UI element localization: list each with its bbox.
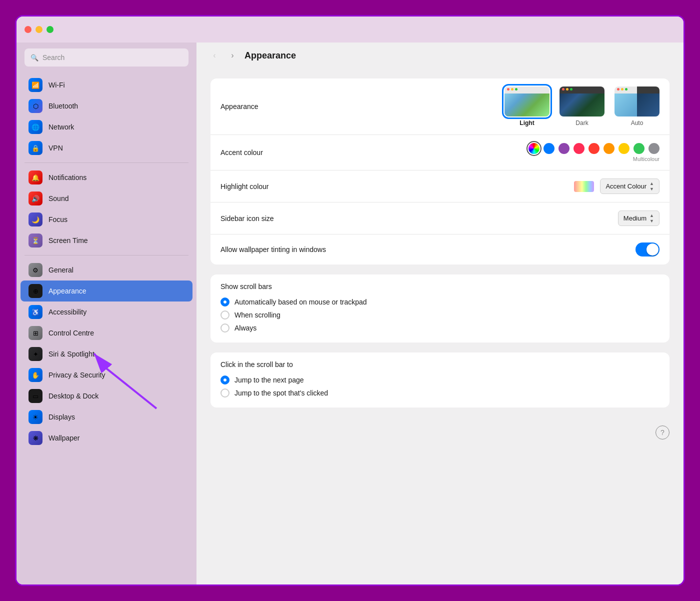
sidebar-item-privacy[interactable]: ✋Privacy & Security — [20, 364, 192, 386]
scroll-always-radio[interactable] — [220, 324, 230, 332]
sidebar-item-network[interactable]: 🌐Network — [20, 116, 192, 138]
minimize-button[interactable] — [36, 26, 42, 33]
displays-icon: ☀ — [28, 410, 42, 424]
show-scroll-bars-header: Show scroll bars Automatically based on … — [210, 274, 670, 342]
colour-purple[interactable] — [558, 143, 570, 154]
accent-colour-label: Accent colour — [220, 148, 320, 156]
scroll-when-scrolling-label: When scrolling — [234, 311, 280, 319]
sidebar-item-siri[interactable]: ✦Siri & Spotlight — [20, 344, 192, 364]
sidebar-item-label-bluetooth: Bluetooth — [48, 102, 78, 110]
sidebar-divider — [24, 255, 188, 256]
wallpaper-tinting-label: Allow wallpaper tinting in windows — [220, 246, 326, 254]
dark-label: Dark — [576, 120, 588, 126]
appearance-option-auto[interactable]: Auto — [614, 86, 660, 126]
sidebar-item-label-wallpaper: Wallpaper — [48, 434, 80, 442]
scroll-always-option[interactable]: Always — [220, 322, 660, 338]
colour-orange[interactable] — [604, 143, 614, 154]
scroll-auto-option[interactable]: Automatically based on mouse or trackpad — [220, 296, 660, 308]
scroll-clicked-spot-label: Jump to the spot that's clicked — [234, 389, 328, 397]
scroll-next-page-label: Jump to the next page — [234, 376, 304, 384]
show-scroll-bars-title: Show scroll bars — [220, 282, 660, 290]
bluetooth-icon: ⬡ — [28, 99, 42, 113]
colour-pink[interactable] — [574, 143, 584, 154]
highlight-colour-control: Accent Colour ▲ ▼ — [574, 178, 660, 194]
sidebar-item-label-network: Network — [48, 123, 74, 131]
titlebar — [16, 16, 684, 42]
colour-blue[interactable] — [544, 143, 554, 154]
highlight-colour-select[interactable]: Accent Colour ▲ ▼ — [600, 178, 660, 194]
sidebar-item-label-privacy: Privacy & Security — [48, 371, 106, 379]
light-thumb — [504, 86, 550, 116]
appearance-section: Appearance — [210, 78, 670, 264]
sidebar-item-appearance[interactable]: ⊕Appearance — [20, 280, 192, 302]
sidebar-item-label-siri: Siri & Spotlight — [48, 350, 94, 358]
appearance-label: Appearance — [220, 102, 320, 110]
sidebar-item-screentime[interactable]: ⏳Screen Time — [20, 230, 192, 251]
siri-icon: ✦ — [28, 347, 42, 361]
main-header: ‹ › Appearance — [196, 42, 684, 68]
accessibility-icon: ♿ — [28, 305, 42, 319]
sidebar-item-wifi[interactable]: 📶Wi-Fi — [20, 74, 192, 96]
sidebar-item-label-general: General — [48, 266, 74, 274]
screentime-icon: ⏳ — [28, 234, 42, 248]
sidebar-item-general[interactable]: ⚙General — [20, 260, 192, 280]
main-window: 🔍 Search 📶Wi-Fi⬡Bluetooth🌐Network🔒VPN🔔No… — [15, 15, 685, 586]
sidebar-item-accessibility[interactable]: ♿Accessibility — [20, 302, 192, 322]
colour-graphite[interactable] — [648, 143, 660, 154]
sidebar-item-notifications[interactable]: 🔔Notifications — [20, 167, 192, 188]
scroll-when-scrolling-option[interactable]: When scrolling — [220, 308, 660, 322]
search-box[interactable]: 🔍 Search — [24, 48, 188, 66]
select-arrows-2: ▲ ▼ — [650, 213, 654, 224]
colour-green[interactable] — [634, 143, 644, 154]
sidebar: 🔍 Search 📶Wi-Fi⬡Bluetooth🌐Network🔒VPN🔔No… — [16, 42, 196, 584]
accent-colour-options: Multicolour — [528, 143, 660, 162]
sidebar-item-label-desktop: Desktop & Dock — [48, 392, 98, 400]
select-arrows: ▲ ▼ — [650, 181, 654, 192]
wifi-icon: 📶 — [28, 78, 42, 92]
sidebar-item-label-notifications: Notifications — [48, 174, 86, 182]
help-container: ? — [210, 422, 670, 440]
colour-red[interactable] — [588, 143, 600, 154]
sidebar-divider — [24, 162, 188, 163]
sidebar-item-label-focus: Focus — [48, 216, 68, 224]
appearance-option-light[interactable]: Light — [504, 86, 550, 126]
sidebar-item-vpn[interactable]: 🔒VPN — [20, 138, 192, 158]
forward-button[interactable]: › — [226, 50, 238, 62]
appearance-option-dark[interactable]: Dark — [560, 86, 604, 126]
appearance-row: Appearance — [210, 78, 670, 135]
colour-multicolour[interactable] — [528, 143, 540, 154]
general-icon: ⚙ — [28, 263, 42, 277]
sidebar-item-displays[interactable]: ☀Displays — [20, 406, 192, 428]
scroll-when-scrolling-radio[interactable] — [220, 310, 230, 320]
sidebar-item-label-displays: Displays — [48, 413, 75, 421]
colour-yellow[interactable] — [618, 143, 630, 154]
wallpaper-tinting-toggle[interactable] — [636, 242, 660, 256]
sidebar-icon-size-select[interactable]: Medium ▲ ▼ — [618, 210, 660, 226]
sidebar-item-label-appearance: Appearance — [48, 287, 86, 295]
scroll-next-page-option[interactable]: Jump to the next page — [220, 374, 660, 386]
sidebar-item-bluetooth[interactable]: ⬡Bluetooth — [20, 96, 192, 116]
close-button[interactable] — [24, 26, 32, 33]
back-button[interactable]: ‹ — [208, 50, 220, 62]
scroll-clicked-spot-radio[interactable] — [220, 388, 230, 398]
sidebar-item-focus[interactable]: 🌙Focus — [20, 209, 192, 230]
scroll-auto-radio[interactable] — [220, 298, 230, 306]
help-button[interactable]: ? — [656, 426, 670, 440]
scroll-clicked-spot-option[interactable]: Jump to the spot that's clicked — [220, 386, 660, 404]
sidebar-item-wallpaper[interactable]: ❋Wallpaper — [20, 428, 192, 448]
vpn-icon: 🔒 — [28, 141, 42, 155]
sidebar-item-desktop[interactable]: ▭Desktop & Dock — [20, 386, 192, 406]
main-content: ‹ › Appearance Appearance — [196, 42, 684, 584]
main-body: Appearance — [196, 68, 684, 584]
sidebar-item-controlcentre[interactable]: ⊞Control Centre — [20, 322, 192, 344]
sidebar-item-sound[interactable]: 🔊Sound — [20, 188, 192, 209]
scroll-sections: Show scroll bars Automatically based on … — [210, 274, 670, 418]
appearance-icon: ⊕ — [28, 284, 42, 298]
sidebar-icon-size-row: Sidebar icon size Medium ▲ ▼ — [210, 202, 670, 234]
highlight-colour-value: Accent Colour — [606, 182, 646, 190]
click-scroll-bar-section: Click in the scroll bar to Jump to the n… — [210, 352, 670, 408]
scroll-next-page-radio[interactable] — [220, 376, 230, 384]
maximize-button[interactable] — [46, 26, 54, 33]
desktop-icon: ▭ — [28, 389, 42, 403]
wallpaper-icon: ❋ — [28, 431, 42, 445]
